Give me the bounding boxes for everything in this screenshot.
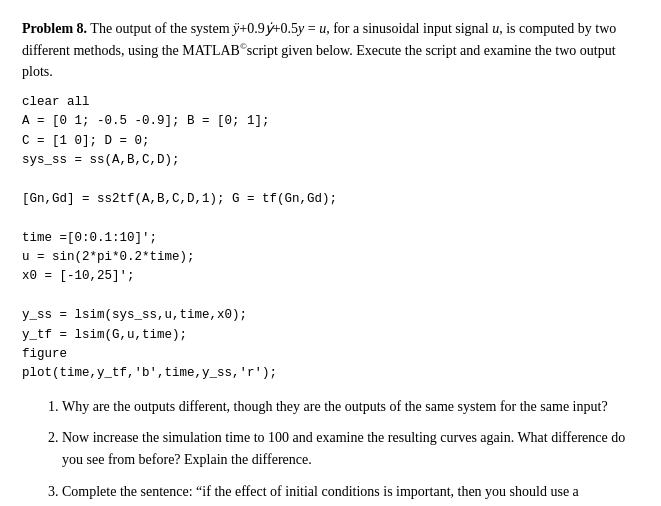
question-2-text: Now increase the simulation time to 100 …: [62, 430, 625, 467]
problem-statement: Problem 8. The output of the system ÿ+0.…: [22, 18, 639, 83]
question-1: Why are the outputs different, though th…: [62, 396, 639, 418]
questions-list: Why are the outputs different, though th…: [40, 396, 639, 506]
code-line-15: plot(time,y_tf,'b',time,y_ss,'r');: [22, 366, 277, 380]
code-line-2: A = [0 1; -0.5 -0.9]; B = [0; 1];: [22, 114, 270, 128]
question-3: Complete the sentence: “if the effect of…: [62, 481, 639, 506]
code-line-12: y_ss = lsim(sys_ss,u,time,x0);: [22, 308, 247, 322]
code-line-6: [Gn,Gd] = ss2tf(A,B,C,D,1); G = tf(Gn,Gd…: [22, 192, 337, 206]
questions-section: Why are the outputs different, though th…: [22, 396, 639, 506]
code-line-4: sys_ss = ss(A,B,C,D);: [22, 153, 180, 167]
code-line-9: u = sin(2*pi*0.2*time);: [22, 250, 195, 264]
question-2: Now increase the simulation time to 100 …: [62, 427, 639, 470]
code-line-8: time =[0:0.1:10]';: [22, 231, 157, 245]
code-line-1: clear all: [22, 95, 90, 109]
code-line-3: C = [1 0]; D = 0;: [22, 134, 150, 148]
code-line-13: y_tf = lsim(G,u,time);: [22, 328, 187, 342]
code-line-10: x0 = [-10,25]';: [22, 269, 135, 283]
code-line-14: figure: [22, 347, 67, 361]
question-3-before: Complete the sentence: “if the effect of…: [62, 484, 579, 499]
question-1-text: Why are the outputs different, though th…: [62, 399, 608, 414]
code-block: clear all A = [0 1; -0.5 -0.9]; B = [0; …: [22, 93, 639, 384]
problem-intro: The output of the system ÿ+0.9ẏ+0.5y = u…: [22, 21, 616, 79]
matlab-registered: ©: [240, 41, 247, 51]
problem-label: Problem 8.: [22, 21, 87, 36]
